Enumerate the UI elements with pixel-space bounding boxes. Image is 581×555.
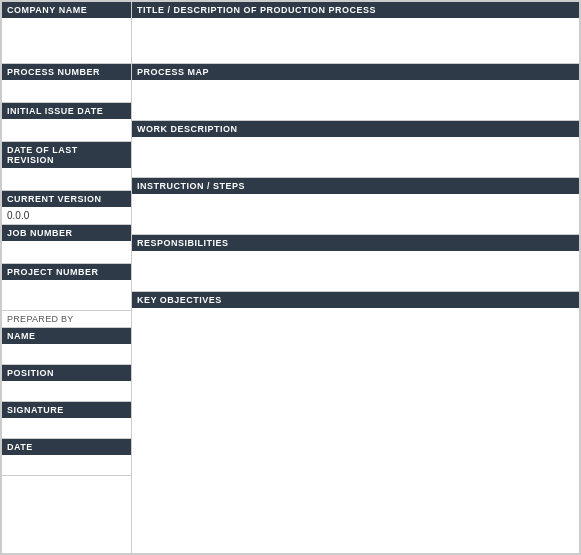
key-objectives-section: KEY OBJECTIVES <box>132 292 579 553</box>
work-description-section: WORK DESCRIPTION <box>132 121 579 178</box>
current-version-field: CURRENT VERSION 0.0.0 <box>2 191 131 225</box>
current-version-value[interactable]: 0.0.0 <box>2 207 131 224</box>
prepared-by-section: PREPARED BY NAME POSITION SIGNATURE <box>2 311 131 476</box>
signature-value[interactable] <box>2 418 131 438</box>
responsibilities-section: RESPONSIBILITIES <box>132 235 579 292</box>
position-label: POSITION <box>2 365 131 381</box>
initial-issue-date-value[interactable] <box>2 119 131 141</box>
title-value[interactable] <box>132 18 579 63</box>
title-cell: TITLE / DESCRIPTION OF PRODUCTION PROCES… <box>132 2 579 63</box>
instruction-steps-label: INSTRUCTION / STEPS <box>132 178 579 194</box>
position-field: POSITION <box>2 365 131 402</box>
name-field: NAME <box>2 328 131 365</box>
company-cell: COMPANY NAME <box>2 2 132 63</box>
prepared-by-label: PREPARED BY <box>2 311 131 328</box>
initial-issue-date-label: INITIAL ISSUE DATE <box>2 103 131 119</box>
company-value[interactable] <box>2 18 131 63</box>
process-number-field: PROCESS NUMBER <box>2 64 131 103</box>
key-objectives-label: KEY OBJECTIVES <box>132 292 579 308</box>
process-map-section: PROCESS MAP <box>132 64 579 121</box>
date-value[interactable] <box>2 455 131 475</box>
main-section: PROCESS NUMBER INITIAL ISSUE DATE DATE O… <box>2 64 579 553</box>
date-last-revision-field: DATE OF LAST REVISION <box>2 142 131 191</box>
process-number-value[interactable] <box>2 80 131 102</box>
date-last-revision-label: DATE OF LAST REVISION <box>2 142 131 168</box>
process-map-label: PROCESS MAP <box>132 64 579 80</box>
project-number-label: PROJECT NUMBER <box>2 264 131 280</box>
job-number-value[interactable] <box>2 241 131 263</box>
initial-issue-date-field: INITIAL ISSUE DATE <box>2 103 131 142</box>
responsibilities-label: RESPONSIBILITIES <box>132 235 579 251</box>
title-label: TITLE / DESCRIPTION OF PRODUCTION PROCES… <box>132 2 579 18</box>
date-label: DATE <box>2 439 131 455</box>
job-number-label: JOB NUMBER <box>2 225 131 241</box>
date-last-revision-value[interactable] <box>2 168 131 190</box>
right-panel: PROCESS MAP WORK DESCRIPTION INSTRUCTION… <box>132 64 579 553</box>
name-value[interactable] <box>2 344 131 364</box>
left-panel: PROCESS NUMBER INITIAL ISSUE DATE DATE O… <box>2 64 132 553</box>
date-field: DATE <box>2 439 131 475</box>
name-label: NAME <box>2 328 131 344</box>
work-description-value[interactable] <box>132 137 579 177</box>
company-label: COMPANY NAME <box>2 2 131 18</box>
work-description-label: WORK DESCRIPTION <box>132 121 579 137</box>
process-map-value[interactable] <box>132 80 579 120</box>
process-number-label: PROCESS NUMBER <box>2 64 131 80</box>
signature-label: SIGNATURE <box>2 402 131 418</box>
project-number-value[interactable] <box>2 280 131 310</box>
signature-field: SIGNATURE <box>2 402 131 439</box>
position-value[interactable] <box>2 381 131 401</box>
job-number-field: JOB NUMBER <box>2 225 131 264</box>
responsibilities-value[interactable] <box>132 251 579 291</box>
instruction-steps-value[interactable] <box>132 194 579 234</box>
current-version-label: CURRENT VERSION <box>2 191 131 207</box>
key-objectives-value[interactable] <box>132 308 579 338</box>
company-title-row: COMPANY NAME TITLE / DESCRIPTION OF PROD… <box>2 2 579 64</box>
instruction-steps-section: INSTRUCTION / STEPS <box>132 178 579 235</box>
project-number-field: PROJECT NUMBER <box>2 264 131 311</box>
